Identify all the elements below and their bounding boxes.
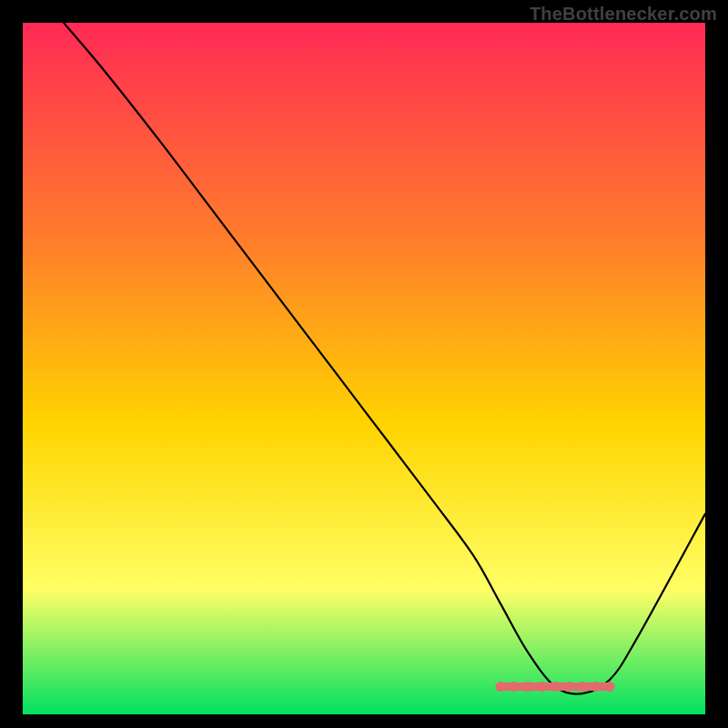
optimal-zone-dot [496, 682, 506, 692]
optimal-zone-dot [537, 682, 547, 692]
optimal-zone-dots [496, 682, 615, 692]
optimal-zone-dot [564, 682, 574, 692]
optimal-zone-dot [551, 682, 561, 692]
watermark-text: TheBottlenecker.com [530, 4, 717, 25]
optimal-zone-dot [605, 682, 615, 692]
optimal-zone-dot [578, 682, 588, 692]
plot-background [23, 23, 705, 714]
optimal-zone-dot [510, 682, 520, 692]
optimal-zone-dot [523, 682, 533, 692]
optimal-zone-dot [592, 682, 602, 692]
chart-stage: TheBottlenecker.com [0, 0, 728, 728]
bottleneck-chart [0, 0, 728, 728]
